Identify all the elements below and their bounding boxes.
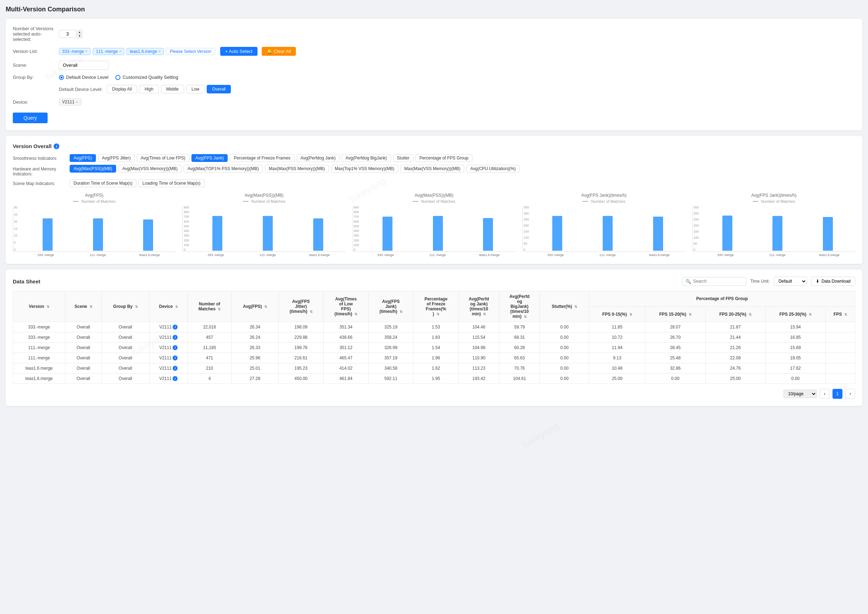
search-input[interactable] bbox=[693, 279, 743, 284]
bar-c2-teas1-6-merge bbox=[313, 219, 323, 251]
version-list-label: Version List: bbox=[13, 49, 59, 54]
ind-btn-perfdog-bigjank[interactable]: Avg(Perfdog BigJank) bbox=[342, 154, 391, 162]
col-fps-jitter[interactable]: Avg(FPSJitter)(times/h) ⇅ bbox=[279, 291, 324, 322]
spin-down[interactable]: ▼ bbox=[77, 34, 82, 38]
chart-card-c2: Avg(Max(PSS))(MB)Number of Matches010020… bbox=[183, 193, 345, 257]
col-fps-20-25[interactable]: FPS 20-25(%) ⇅ bbox=[705, 307, 766, 322]
col-fps-0-15[interactable]: FPS 0-15(%) ⇅ bbox=[589, 307, 645, 322]
col-fps-jank[interactable]: Avg(FPSJank)(times/h) ⇅ bbox=[368, 291, 414, 322]
radio-dot-custom bbox=[115, 75, 120, 80]
version-tag-close-1[interactable]: × bbox=[85, 50, 87, 53]
data-sheet-header: Data Sheet 🔍 Time Unit: Default ⬇ Data D… bbox=[13, 277, 855, 286]
device-info-icon[interactable]: i bbox=[173, 376, 178, 381]
ind-btn-fps-jank[interactable]: Avg(FPS Jank) bbox=[191, 154, 228, 162]
level-btn-middle[interactable]: Middle bbox=[161, 85, 184, 93]
smoothness-label: Smoothness Indicators: bbox=[13, 154, 70, 161]
spin-up[interactable]: ▲ bbox=[77, 30, 82, 34]
bar-c4-teas1-6-merge bbox=[653, 217, 663, 251]
col-version[interactable]: Version ⇅ bbox=[13, 291, 65, 322]
col-fps-15-20[interactable]: FPS 15-20(%) ⇅ bbox=[645, 307, 705, 322]
table-body: 333.-mergeOverallOverallV2111i22,01626.3… bbox=[13, 322, 855, 384]
ind-btn-avg-fps[interactable]: Avg(FPS) bbox=[70, 154, 96, 162]
page-size-select[interactable]: 10/page 20/page 50/page bbox=[783, 389, 817, 398]
auto-select-button[interactable]: + Auto Select bbox=[220, 47, 257, 56]
col-stutter[interactable]: Stutter(%) ⇅ bbox=[540, 291, 589, 322]
ind-btn-times-low-fps[interactable]: Avg(Times of Low FPS) bbox=[137, 154, 189, 162]
scene-select[interactable]: Overall bbox=[59, 61, 108, 70]
version-list-row: Version List: 333.-merge × 111.-merge × … bbox=[13, 47, 855, 56]
level-btn-overall[interactable]: Overall bbox=[207, 85, 231, 93]
ind-btn-fps-jitter[interactable]: Avg(FPS Jitter) bbox=[98, 154, 135, 162]
ind-btn-duration-scene[interactable]: Duration Time of Scene Map(s) bbox=[70, 179, 136, 187]
version-tag-close-3[interactable]: × bbox=[158, 50, 161, 53]
add-version-button[interactable]: Please Select Version bbox=[166, 48, 215, 55]
overview-title: Version Overall i bbox=[13, 143, 855, 149]
ind-btn-stutter[interactable]: Stutter bbox=[393, 154, 414, 162]
prev-page-button[interactable]: ‹ bbox=[820, 389, 830, 399]
device-info-icon[interactable]: i bbox=[173, 366, 178, 371]
ind-btn-max-pss-mem[interactable]: Max(Max(PSS Memory))(MB) bbox=[265, 165, 329, 172]
version-count-input[interactable]: 3 ▲ ▼ bbox=[59, 30, 82, 38]
col-perfdog-bigjank[interactable]: Avg(PerfdogBigJank)(times/10min) ⇅ bbox=[499, 291, 540, 322]
device-info-icon[interactable]: i bbox=[173, 345, 178, 350]
version-count-field[interactable]: 3 bbox=[59, 30, 76, 38]
radio-default-device[interactable]: Default Device Level bbox=[59, 74, 108, 80]
device-info-icon[interactable]: i bbox=[173, 324, 178, 330]
ind-btn-max-max-vss[interactable]: Max(Max(VSS Memory))(MB) bbox=[400, 165, 464, 172]
col-scene[interactable]: Scene ⇅ bbox=[65, 291, 102, 322]
sheet-controls: 🔍 Time Unit: Default ⬇ Data Download bbox=[682, 277, 855, 286]
ind-btn-max-vss[interactable]: Avg(Max(VSS Memory))(MB) bbox=[118, 165, 181, 172]
next-page-button[interactable]: › bbox=[845, 389, 855, 399]
pagination: 10/page 20/page 50/page ‹ 1 › bbox=[13, 389, 855, 399]
ind-btn-max-pss[interactable]: Avg(Max(PSS))(MB) bbox=[70, 165, 116, 172]
download-button[interactable]: ⬇ Data Download bbox=[811, 277, 855, 286]
sheet-title: Data Sheet bbox=[13, 278, 40, 284]
level-btn-low[interactable]: Low bbox=[186, 85, 205, 93]
clear-icon: 🔔 bbox=[267, 49, 273, 54]
version-tag-label-2: 111.-merge bbox=[96, 49, 118, 54]
col-fps-more[interactable]: FPS ⇅ bbox=[825, 307, 855, 322]
bar-c2-333--merge bbox=[212, 216, 222, 251]
col-group-by[interactable]: Group By ⇅ bbox=[102, 291, 149, 322]
overview-panel: Version Overall i Smoothness Indicators:… bbox=[6, 136, 862, 264]
device-tag-close-1[interactable]: × bbox=[76, 100, 78, 104]
device-cell: V2111i bbox=[152, 355, 185, 360]
radio-custom-quality[interactable]: Customized Quality Setting bbox=[115, 74, 178, 80]
smoothness-indicator-row: Smoothness Indicators: Avg(FPS) Avg(FPS … bbox=[13, 154, 855, 162]
ind-btn-pct-freeze[interactable]: Percentage of Freeze Frames bbox=[230, 154, 294, 162]
bar-c2-111--merge bbox=[263, 216, 273, 251]
level-btn-all[interactable]: Display All bbox=[107, 85, 137, 93]
col-fps-25-30[interactable]: FPS 25-30(%) ⇅ bbox=[766, 307, 825, 322]
device-cell: V2111i bbox=[152, 324, 185, 330]
sort-fps-0-15-icon: ⇅ bbox=[629, 313, 632, 316]
config-panel: Number of Versions selected auto-selecte… bbox=[6, 19, 862, 130]
chart-title-c2: Avg(Max(PSS))(MB) bbox=[183, 193, 345, 198]
overview-info-icon[interactable]: i bbox=[54, 143, 59, 149]
col-avg-fps[interactable]: Avg(FPS) ⇅ bbox=[232, 291, 279, 322]
ind-btn-perfdog-jank[interactable]: Avg(Perfdog Jank) bbox=[296, 154, 339, 162]
ind-btn-loading-scene[interactable]: Loading Time of Scene Map(s) bbox=[138, 179, 204, 187]
sort-fps-icon: ⇅ bbox=[264, 305, 267, 309]
query-button[interactable]: Query bbox=[13, 113, 48, 123]
scene-map-buttons: Duration Time of Scene Map(s) Loading Ti… bbox=[70, 179, 205, 187]
sort-device-icon: ⇅ bbox=[175, 305, 178, 309]
ind-btn-avg-cpu[interactable]: Avg(CPU Utilization)(%) bbox=[466, 165, 519, 172]
col-pct-freeze[interactable]: Percentageof FreezeFrames(%) ⇅ bbox=[414, 291, 459, 322]
bar-c3-111--merge bbox=[433, 216, 443, 251]
device-info-icon[interactable]: i bbox=[173, 355, 178, 360]
ind-btn-pct-fps-group[interactable]: Percentage of FPS Group bbox=[415, 154, 472, 162]
col-device[interactable]: Device ⇅ bbox=[149, 291, 188, 322]
col-num-matches[interactable]: Number ofMatches ⇅ bbox=[188, 291, 231, 322]
time-unit-select[interactable]: Default bbox=[774, 277, 807, 286]
ind-btn-max-top1-pss[interactable]: Avg(Max(TOP1% PSS Memory))(MB) bbox=[184, 165, 263, 172]
col-perfdog-jank[interactable]: Avg(Perfdog Jank)(times/10min) ⇅ bbox=[459, 291, 499, 322]
page-1-button[interactable]: 1 bbox=[832, 389, 842, 399]
version-tag-close-2[interactable]: × bbox=[119, 50, 121, 53]
device-info-icon[interactable]: i bbox=[173, 335, 178, 340]
level-btn-high[interactable]: High bbox=[139, 85, 159, 93]
clear-all-button[interactable]: 🔔Clear All bbox=[262, 47, 296, 56]
device-row: Device: V2111 × bbox=[13, 98, 855, 105]
col-times-low-fps[interactable]: Avg(Timesof LowFPS)(times/h) ⇅ bbox=[324, 291, 369, 322]
ind-btn-max-top1-vss[interactable]: Max(Top1% VSS Memory)(MB) bbox=[331, 165, 398, 172]
device-level-label: Default Device Level: bbox=[59, 87, 102, 92]
